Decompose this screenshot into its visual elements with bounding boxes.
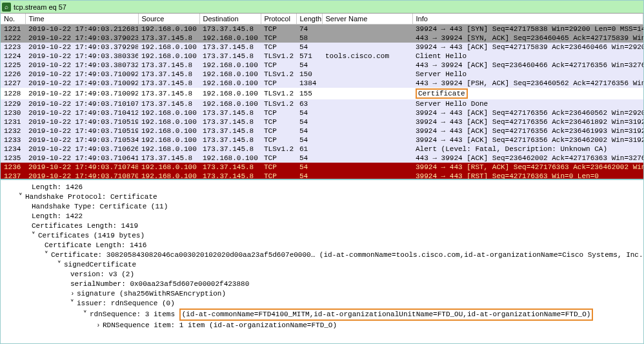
cell-sname	[322, 126, 412, 136]
packet-header-row[interactable]: No. Time Source Destination Protocol Len…	[1, 14, 643, 25]
cell-dst: 192.168.0.100	[199, 88, 261, 99]
cell-time: 2019-10-22 17:49:03.380336	[25, 52, 138, 61]
detail-cert-len: Certificate Length: 1416	[3, 241, 643, 250]
detail-certificates[interactable]: Certificates (1419 bytes)	[3, 231, 643, 241]
cell-proto: TLSv1.2	[261, 52, 296, 61]
cell-dst: 173.37.145.8	[199, 126, 261, 136]
detail-certificate-line[interactable]: Certificate: 308205843082046ca0030201020…	[3, 250, 643, 260]
cell-dst: 173.37.145.8	[199, 172, 261, 180]
table-row[interactable]: 12212019-10-22 17:49:03.212681192.168.0.…	[1, 25, 643, 34]
col-sname[interactable]: Server Name	[322, 14, 412, 25]
table-row[interactable]: 12322019-10-22 17:49:03.710519192.168.0.…	[1, 126, 643, 136]
cell-proto: TLSv1.2	[261, 88, 296, 99]
cell-time: 2019-10-22 17:49:03.710626	[25, 145, 138, 154]
cell-sname	[322, 34, 412, 43]
cell-time: 2019-10-22 17:49:03.710748	[25, 163, 138, 172]
cell-len: 54	[296, 61, 322, 70]
cell-src: 192.168.0.100	[138, 108, 199, 117]
cell-proto: TLSv1.2	[261, 145, 296, 154]
detail-signed-certificate[interactable]: signedCertificate	[3, 260, 643, 270]
table-row[interactable]: 12362019-10-22 17:49:03.710748192.168.0.…	[1, 163, 643, 172]
cell-no: 1221	[1, 25, 25, 34]
cell-dst: 173.37.145.8	[199, 163, 261, 172]
cell-info: Server Hello	[412, 70, 643, 79]
detail-handshake-protocol[interactable]: Handshake Protocol: Certificate	[3, 192, 643, 202]
cell-proto: TCP	[261, 117, 296, 126]
cell-time: 2019-10-22 17:49:03.710092	[25, 70, 138, 79]
cell-dst: 173.37.145.8	[199, 145, 261, 154]
cell-no: 1228	[1, 88, 25, 99]
cell-len: 54	[296, 108, 322, 117]
cell-sname	[322, 136, 412, 145]
detail-rdn-item-1[interactable]: RDNSequence item: 1 item (id-at-organiza…	[3, 321, 643, 330]
detail-handshake-len: Length: 1422	[3, 212, 643, 221]
cell-proto: TCP	[261, 108, 296, 117]
table-row[interactable]: 12252019-10-22 17:49:03.380732173.37.145…	[1, 61, 643, 70]
cell-src: 192.168.0.100	[138, 52, 199, 61]
cell-dst: 173.37.145.8	[199, 25, 261, 34]
table-row[interactable]: 12332019-10-22 17:49:03.710534192.168.0.…	[1, 136, 643, 145]
table-row[interactable]: 12222019-10-22 17:49:03.379023173.37.145…	[1, 34, 643, 43]
cell-sname	[322, 88, 412, 99]
table-row[interactable]: 12232019-10-22 17:49:03.379298192.168.0.…	[1, 43, 643, 52]
cell-dst: 173.37.145.8	[199, 136, 261, 145]
packet-details-pane[interactable]: Length: 1426 Handshake Protocol: Certifi…	[1, 180, 643, 332]
cell-no: 1237	[1, 172, 25, 180]
col-dst[interactable]: Destination	[199, 14, 261, 25]
cell-sname: tools.cisco.com	[322, 52, 412, 61]
table-row[interactable]: 12242019-10-22 17:49:03.380336192.168.0.…	[1, 52, 643, 61]
cell-time: 2019-10-22 17:49:03.710519	[25, 117, 138, 126]
cell-dst: 192.168.0.100	[199, 34, 261, 43]
detail-signature[interactable]: signature (sha256WithRSAEncryption)	[3, 289, 643, 299]
table-row[interactable]: 12262019-10-22 17:49:03.710092173.37.145…	[1, 70, 643, 79]
cell-dst: 173.37.145.8	[199, 43, 261, 52]
cell-sname	[322, 79, 412, 88]
display-filter-input[interactable]	[14, 3, 642, 11]
cell-dst: 173.37.145.8	[199, 52, 261, 61]
col-time[interactable]: Time	[25, 14, 138, 25]
cell-time: 2019-10-22 17:49:03.710092	[25, 79, 138, 88]
cell-proto: TCP	[261, 126, 296, 136]
cell-src: 192.168.0.100	[138, 145, 199, 154]
table-row[interactable]: 12352019-10-22 17:49:03.710641173.37.145…	[1, 154, 643, 163]
table-row[interactable]: 12302019-10-22 17:49:03.710412192.168.0.…	[1, 108, 643, 117]
cell-time: 2019-10-22 17:49:03.710641	[25, 154, 138, 163]
cell-time: 2019-10-22 17:49:03.710534	[25, 136, 138, 145]
cell-sname	[322, 61, 412, 70]
table-row[interactable]: 12342019-10-22 17:49:03.710626192.168.0.…	[1, 145, 643, 154]
cell-len: 74	[296, 25, 322, 34]
table-row[interactable]: 12292019-10-22 17:49:03.710107173.37.145…	[1, 99, 643, 108]
cell-len: 150	[296, 70, 322, 79]
detail-rdn-sequence[interactable]: rdnSequence: 3 items (id-at-commonName=F…	[3, 309, 643, 321]
col-info[interactable]: Info	[412, 14, 643, 25]
cell-proto: TCP	[261, 34, 296, 43]
cell-src: 192.168.0.100	[138, 172, 199, 180]
cell-dst: 192.168.0.100	[199, 70, 261, 79]
cell-src: 173.37.145.8	[138, 70, 199, 79]
table-row[interactable]: 12312019-10-22 17:49:03.710519192.168.0.…	[1, 117, 643, 126]
detail-issuer[interactable]: issuer: rdnSequence (0)	[3, 299, 643, 309]
detail-rdn-item-2[interactable]: RDNSequence item: 1 item (id-at-organiza…	[3, 330, 643, 332]
table-row[interactable]: 12282019-10-22 17:49:03.710092173.37.145…	[1, 88, 643, 99]
cell-len: 54	[296, 154, 322, 163]
cell-no: 1231	[1, 117, 25, 126]
col-src[interactable]: Source	[138, 14, 199, 25]
cell-no: 1223	[1, 43, 25, 52]
col-len[interactable]: Length	[296, 14, 322, 25]
cell-info: 39924 → 443 [RST, ACK] Seq=427176363 Ack…	[412, 163, 643, 172]
cell-len: 1384	[296, 79, 322, 88]
cell-time: 2019-10-22 17:49:03.380732	[25, 61, 138, 70]
table-row[interactable]: 12372019-10-22 17:49:03.710870192.168.0.…	[1, 172, 643, 180]
col-no[interactable]: No.	[1, 14, 25, 25]
cell-len: 571	[296, 52, 322, 61]
cell-no: 1235	[1, 154, 25, 163]
col-proto[interactable]: Protocol	[261, 14, 296, 25]
table-row[interactable]: 12272019-10-22 17:49:03.710092173.37.145…	[1, 79, 643, 88]
packet-list-pane[interactable]: No. Time Source Destination Protocol Len…	[1, 14, 643, 180]
cell-proto: TCP	[261, 25, 296, 34]
cell-proto: TCP	[261, 154, 296, 163]
detail-serial: serialNumber: 0x00aa23af5d607e00002f4238…	[3, 279, 643, 289]
cell-src: 173.37.145.8	[138, 99, 199, 108]
cell-info: 443 → 39924 [SYN, ACK] Seq=236460465 Ack…	[412, 34, 643, 43]
cell-info: Client Hello	[412, 52, 643, 61]
